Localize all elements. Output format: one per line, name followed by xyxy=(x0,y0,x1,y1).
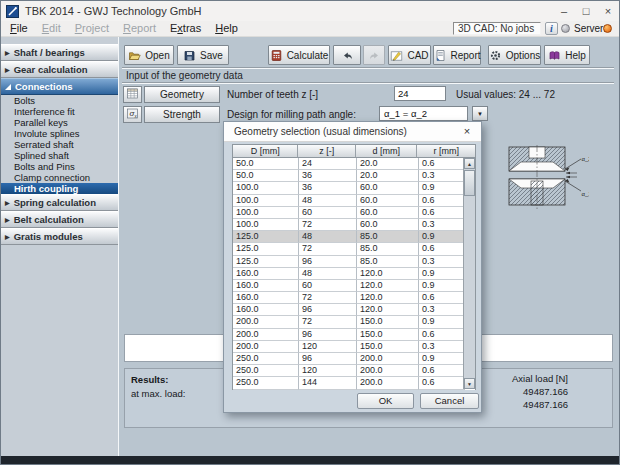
redo-button[interactable] xyxy=(363,45,385,65)
table-cell: 250.0 xyxy=(233,377,299,389)
milling-select[interactable]: α_1 = α_2 xyxy=(379,106,468,121)
table-row[interactable]: 250.096200.00.9 xyxy=(233,353,475,365)
sidebar-item-hirth-coupling[interactable]: Hirth coupling xyxy=(1,183,118,194)
cad-button[interactable]: CAD xyxy=(388,45,431,65)
info-button[interactable]: i xyxy=(545,22,558,35)
sidebar-section-spring-calculation[interactable]: ▶Spring calculation xyxy=(1,194,118,211)
column-header-d-mm[interactable]: d [mm] xyxy=(356,145,418,158)
sidebar-section-gratis-modules[interactable]: ▶Gratis modules xyxy=(1,228,118,245)
help-button[interactable]: Help xyxy=(544,45,590,65)
table-row[interactable]: 160.048120.00.9 xyxy=(233,268,475,280)
table-row[interactable]: 125.09685.00.3 xyxy=(233,256,475,268)
table-cell: 20.0 xyxy=(357,170,419,182)
toolbar-button-label: Help xyxy=(565,50,586,61)
table-row[interactable]: 160.096120.00.3 xyxy=(233,304,475,316)
column-header-d-mm[interactable]: D [mm] xyxy=(233,145,298,158)
report-button[interactable]: Report xyxy=(433,45,481,65)
scroll-down-icon[interactable]: ▼ xyxy=(464,378,475,389)
options-button[interactable]: Options xyxy=(488,45,541,65)
table-cell: 150.0 xyxy=(357,316,419,328)
table-cell: 96 xyxy=(299,329,357,341)
menu-report: Report xyxy=(116,21,163,37)
table-row[interactable]: 200.072150.00.9 xyxy=(233,316,475,328)
table-row[interactable]: 100.07260.00.3 xyxy=(233,219,475,231)
sidebar-item-bolts[interactable]: Bolts xyxy=(1,95,118,106)
menu-extras[interactable]: Extras xyxy=(163,21,208,37)
table-cell: 100.0 xyxy=(233,207,299,219)
table-cell: 100.0 xyxy=(233,195,299,207)
sidebar-item-parallel-keys[interactable]: Parallel keys xyxy=(1,117,118,128)
ok-button[interactable]: OK xyxy=(357,393,414,409)
window-bottom-edge xyxy=(1,456,619,464)
table-cell: 50.0 xyxy=(233,158,299,170)
sidebar-section-connections[interactable]: Connections xyxy=(1,78,118,95)
geometry-icon-button[interactable] xyxy=(123,86,142,103)
table-row[interactable]: 200.096150.00.6 xyxy=(233,329,475,341)
chevron-down-icon[interactable]: ▼ xyxy=(472,106,488,121)
table-row[interactable]: 50.02420.00.6 xyxy=(233,158,475,170)
table-cell: 200.0 xyxy=(233,329,299,341)
sidebar-item-interference-fit[interactable]: Interference fit xyxy=(1,106,118,117)
table-cell: 0.3 xyxy=(419,170,465,182)
table-cell: 0.9 xyxy=(419,280,465,292)
toolbar-button-label: Save xyxy=(200,50,223,61)
table-cell: 0.3 xyxy=(419,256,465,268)
strength-tab-button[interactable]: Strength xyxy=(144,106,220,123)
strength-icon-button[interactable]: σx xyxy=(123,106,142,123)
sidebar-section-gear-calculation[interactable]: ▶Gear calculation xyxy=(1,61,118,78)
undo-button[interactable] xyxy=(333,45,361,65)
separator xyxy=(122,82,614,84)
collapsed-arrow-icon: ▶ xyxy=(5,200,10,206)
table-row[interactable]: 160.072120.00.6 xyxy=(233,292,475,304)
table-cell: 150.0 xyxy=(357,341,419,353)
table-row[interactable]: 125.04885.00.9 xyxy=(233,231,475,243)
menubar: FileEditProjectReportExtrasHelp 3D CAD: … xyxy=(1,21,619,37)
teeth-input[interactable]: 24 xyxy=(394,86,446,101)
scrollbar-thumb[interactable] xyxy=(464,170,475,196)
calculate-button[interactable]: Calculate xyxy=(268,45,330,65)
maximize-button[interactable]: □ xyxy=(575,1,597,21)
table-cell: 120 xyxy=(299,341,357,353)
sidebar-item-splined-shaft[interactable]: Splined shaft xyxy=(1,150,118,161)
minimize-button[interactable]: – xyxy=(553,1,575,21)
axial-load-header: Axial load [N] xyxy=(512,373,568,384)
table-cell: 120.0 xyxy=(357,280,419,292)
column-header-r-mm[interactable]: r [mm] xyxy=(417,145,475,158)
table-scrollbar[interactable]: ▲ ▼ xyxy=(463,158,475,389)
table-row[interactable]: 100.06060.00.6 xyxy=(233,207,475,219)
table-row[interactable]: 250.0120200.00.6 xyxy=(233,365,475,377)
menu-file[interactable]: File xyxy=(3,21,35,37)
sidebar-item-involute-splines[interactable]: Involute splines xyxy=(1,128,118,139)
sidebar-section-belt-calculation[interactable]: ▶Belt calculation xyxy=(1,211,118,228)
sidebar-item-serrated-shaft[interactable]: Serrated shaft xyxy=(1,139,118,150)
close-button[interactable]: × xyxy=(597,1,619,21)
table-cell: 36 xyxy=(299,182,357,194)
dialog-title: Geometry selection (usual dimensions) xyxy=(224,122,481,142)
open-button[interactable]: Open xyxy=(124,45,174,65)
table-row[interactable]: 100.04860.00.6 xyxy=(233,195,475,207)
milling-label: Design for milling path angle: xyxy=(227,109,356,120)
menu-help[interactable]: Help xyxy=(208,21,245,37)
sidebar-section-shaft-bearings[interactable]: ▶Shaft / bearings xyxy=(1,44,118,61)
menu-items: FileEditProjectReportExtrasHelp xyxy=(3,21,245,37)
report-icon xyxy=(434,49,447,62)
column-header-z[interactable]: z [-] xyxy=(298,145,356,158)
table-cell: 0.9 xyxy=(419,231,465,243)
scroll-up-icon[interactable]: ▲ xyxy=(464,158,475,169)
save-button[interactable]: Save xyxy=(177,45,229,65)
table-row[interactable]: 250.0144200.00.6 xyxy=(233,377,475,389)
geometry-tab-button[interactable]: Geometry xyxy=(144,86,220,103)
collapsed-arrow-icon: ▶ xyxy=(5,50,10,56)
table-cell: 85.0 xyxy=(357,256,419,268)
table-row[interactable]: 50.03620.00.3 xyxy=(233,170,475,182)
sidebar-item-clamp-connection[interactable]: Clamp connection xyxy=(1,172,118,183)
table-row[interactable]: 125.07285.00.6 xyxy=(233,243,475,255)
cancel-button[interactable]: Cancel xyxy=(420,393,479,409)
sidebar-item-bolts-and-pins[interactable]: Bolts and Pins xyxy=(1,161,118,172)
dialog-close-icon[interactable]: × xyxy=(459,122,475,141)
table-row[interactable]: 200.0120150.00.3 xyxy=(233,341,475,353)
table-row[interactable]: 100.03660.00.9 xyxy=(233,182,475,194)
table-cell: 200.0 xyxy=(233,341,299,353)
table-cell: 0.3 xyxy=(419,341,465,353)
table-row[interactable]: 160.060120.00.9 xyxy=(233,280,475,292)
